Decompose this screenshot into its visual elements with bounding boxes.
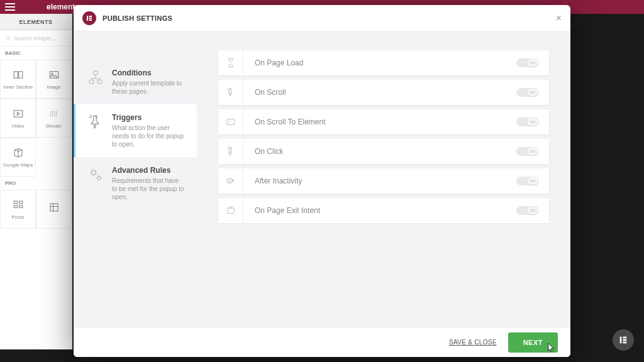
svg-point-22	[228, 180, 229, 181]
svg-rect-28	[623, 342, 626, 344]
click-icon	[218, 139, 243, 164]
trigger-inactivity: After Inactivity NO	[218, 168, 549, 194]
modal-footer: SAVE & CLOSE NEXT	[74, 327, 570, 357]
svg-point-23	[230, 180, 231, 181]
toggle-switch[interactable]: NO	[516, 147, 539, 156]
scroll-icon	[218, 80, 243, 105]
close-icon[interactable]: ×	[556, 13, 562, 24]
nav-title: Advanced Rules	[112, 166, 186, 175]
modal-title: PUBLISH SETTINGS	[103, 14, 172, 22]
svg-rect-15	[94, 71, 98, 74]
trigger-label: On Scroll To Element	[243, 118, 516, 126]
nav-triggers[interactable]: TriggersWhat action the user needs to do…	[74, 104, 197, 157]
nav-conditions[interactable]: ConditionsApply current template to thes…	[74, 60, 197, 104]
modal-body: ConditionsApply current template to thes…	[74, 31, 570, 327]
trigger-exit-intent: On Page Exit Intent NO	[218, 198, 549, 223]
svg-rect-12	[89, 16, 92, 17]
gears-icon	[87, 166, 104, 184]
modal-nav: ConditionsApply current template to thes…	[74, 31, 197, 327]
svg-rect-24	[227, 208, 234, 213]
svg-rect-13	[89, 18, 92, 19]
trigger-scroll-element: On Scroll To Element NO	[218, 109, 549, 134]
svg-rect-25	[620, 337, 622, 344]
scroll-element-icon	[218, 109, 243, 134]
trigger-label: On Page Load	[243, 58, 516, 67]
modal-header: PUBLISH SETTINGS ×	[74, 5, 570, 31]
toggle-switch[interactable]: NO	[516, 88, 539, 97]
modal-backdrop: PUBLISH SETTINGS × ConditionsApply curre…	[0, 0, 644, 362]
hourglass-icon	[218, 50, 243, 75]
save-close-button[interactable]: SAVE & CLOSE	[449, 339, 497, 346]
toggle-switch[interactable]: NO	[516, 177, 539, 185]
elementor-fab-icon[interactable]	[613, 329, 634, 351]
publish-settings-modal: PUBLISH SETTINGS × ConditionsApply curre…	[74, 5, 570, 357]
svg-rect-21	[227, 178, 232, 183]
nav-desc: Requirements that have to be met for the…	[112, 177, 186, 201]
nav-title: Triggers	[112, 113, 186, 122]
trigger-click: On Click NO	[218, 139, 549, 164]
trigger-label: On Page Exit Intent	[243, 206, 516, 215]
inactivity-icon	[218, 168, 243, 194]
trigger-label: On Scroll	[243, 88, 516, 97]
svg-rect-20	[227, 119, 235, 125]
svg-rect-16	[89, 80, 94, 83]
nav-desc: Apply current template to these pages.	[112, 79, 186, 96]
triggers-panel: On Page Load NO On Scroll NO On Scroll T…	[197, 31, 570, 327]
svg-rect-11	[87, 16, 88, 21]
svg-rect-14	[89, 19, 92, 21]
nav-advanced[interactable]: Advanced RulesRequirements that have to …	[74, 157, 197, 210]
toggle-switch[interactable]: NO	[516, 58, 539, 67]
svg-rect-17	[97, 80, 102, 83]
conditions-icon	[87, 69, 104, 86]
svg-point-18	[92, 171, 96, 175]
trigger-label: After Inactivity	[243, 177, 516, 185]
svg-rect-27	[623, 339, 626, 341]
svg-rect-26	[623, 337, 626, 339]
nav-desc: What action the user needs to do for the…	[112, 124, 186, 148]
trigger-page-load: On Page Load NO	[218, 50, 549, 75]
toggle-switch[interactable]: NO	[516, 206, 539, 215]
triggers-icon	[87, 113, 104, 131]
toggle-switch[interactable]: NO	[516, 118, 539, 126]
exit-intent-icon	[218, 198, 243, 223]
next-button[interactable]: NEXT	[508, 332, 558, 353]
trigger-label: On Click	[243, 147, 516, 156]
elementor-logo-icon	[82, 11, 96, 25]
nav-title: Conditions	[112, 69, 186, 77]
trigger-scroll: On Scroll NO	[218, 80, 549, 105]
